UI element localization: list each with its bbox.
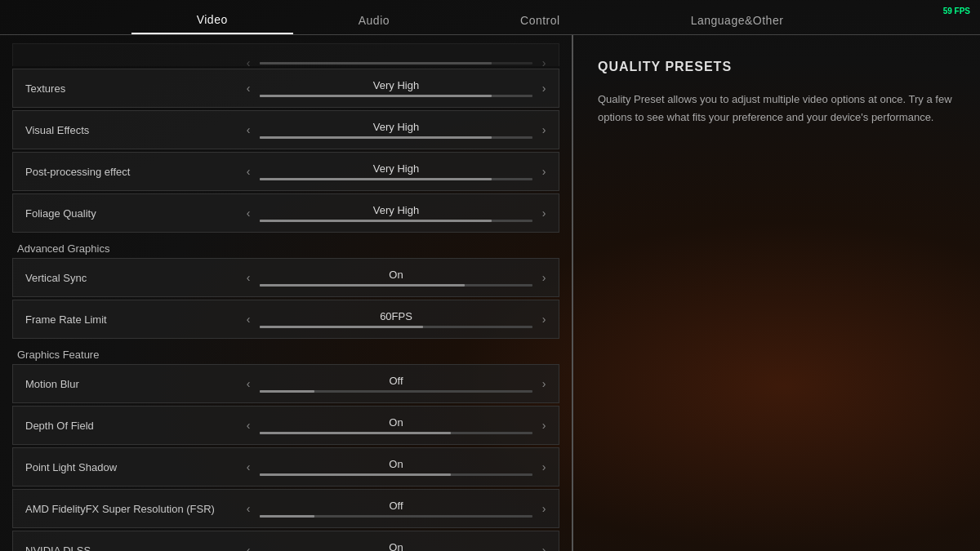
settings-container: Textures ‹ Very High › Visual Effects ‹ … (12, 69, 559, 551)
arrow-right-frame-rate[interactable]: › (532, 304, 555, 335)
slider-fill-point-light-shadow (260, 473, 451, 476)
setting-label-foliage-quality: Foliage Quality (13, 207, 234, 220)
value-nvidia-dlss: On (389, 541, 403, 551)
setting-row-textures: Textures ‹ Very High › (12, 69, 559, 108)
slider-fill-amd-fsr (260, 515, 314, 518)
tab-language[interactable]: Language&Other (626, 7, 849, 33)
slider-track-visual-effects (260, 136, 532, 139)
value-vsync: On (389, 269, 403, 281)
setting-label-textures: Textures (13, 82, 234, 95)
partial-right-arrow[interactable]: › (532, 47, 555, 66)
slider-track-textures (260, 95, 532, 97)
setting-row-vsync: Vertical Sync ‹ On › (12, 258, 559, 297)
arrow-right-vsync[interactable]: › (532, 262, 555, 293)
value-textures: Very High (373, 79, 419, 91)
main-content: ‹ › Textures ‹ Very High (0, 35, 980, 551)
arrow-left-depth-of-field[interactable]: ‹ (237, 410, 260, 441)
setting-label-motion-blur: Motion Blur (13, 378, 234, 390)
slider-track-point-light-shadow (260, 473, 532, 476)
tab-video[interactable]: Video (131, 7, 293, 34)
setting-row-frame-rate: Frame Rate Limit ‹ 60FPS › (12, 300, 559, 339)
slider-track-vsync (260, 284, 532, 287)
setting-row-amd-fsr: AMD FidelityFX Super Resolution (FSR) ‹ … (12, 489, 559, 528)
slider-fill-frame-rate (260, 326, 423, 328)
setting-row-motion-blur: Motion Blur ‹ Off › (12, 364, 559, 403)
value-visual-effects: Very High (373, 121, 419, 133)
section-header-advanced-graphics: Advanced Graphics (12, 236, 559, 258)
arrow-right-motion-blur[interactable]: › (532, 368, 555, 399)
slider-fill-foliage-quality (260, 220, 492, 222)
setting-row-depth-of-field: Depth Of Field ‹ On › (12, 406, 559, 445)
setting-row-point-light-shadow: Point Light Shadow ‹ On › (12, 447, 559, 487)
slider-track-motion-blur (260, 390, 532, 393)
slider-fill-visual-effects (260, 136, 492, 139)
arrow-right-nvidia-dlss[interactable]: › (532, 535, 555, 551)
value-frame-rate: 60FPS (380, 310, 412, 322)
info-title: QUALITY PRESETS (598, 60, 956, 74)
slider-fill-vsync (260, 284, 465, 287)
arrow-left-frame-rate[interactable]: ‹ (237, 304, 260, 335)
arrow-right-textures[interactable]: › (532, 73, 555, 104)
slider-fill-textures (260, 95, 492, 97)
nav-tabs: Video Audio Control Language&Other 59 FP… (0, 0, 980, 35)
partial-left-arrow[interactable]: ‹ (237, 47, 260, 66)
slider-track-post-processing (260, 178, 532, 180)
settings-panel: ‹ › Textures ‹ Very High (0, 35, 572, 551)
arrow-left-nvidia-dlss[interactable]: ‹ (237, 535, 260, 551)
value-foliage-quality: Very High (373, 204, 419, 216)
info-panel: QUALITY PRESETS Quality Preset allows yo… (572, 35, 980, 551)
arrow-left-textures[interactable]: ‹ (237, 73, 260, 104)
arrow-right-point-light-shadow[interactable]: › (532, 451, 555, 482)
arrow-left-visual-effects[interactable]: ‹ (237, 114, 260, 145)
setting-label-frame-rate: Frame Rate Limit (13, 313, 234, 326)
arrow-left-amd-fsr[interactable]: ‹ (237, 493, 260, 524)
setting-label-vsync: Vertical Sync (13, 272, 234, 284)
tab-control[interactable]: Control (455, 7, 626, 33)
setting-label-nvidia-dlss: NVIDIA DLSS (13, 544, 234, 552)
partial-row: ‹ › (12, 43, 559, 66)
setting-row-post-processing: Post-processing effect ‹ Very High › (12, 152, 559, 191)
arrow-right-foliage-quality[interactable]: › (532, 198, 555, 229)
setting-label-depth-of-field: Depth Of Field (13, 420, 234, 432)
section-header-graphics-feature: Graphics Feature (12, 342, 559, 364)
info-description: Quality Preset allows you to adjust mult… (598, 91, 956, 127)
slider-track-amd-fsr (260, 515, 532, 518)
arrow-right-depth-of-field[interactable]: › (532, 410, 555, 441)
value-motion-blur: Off (389, 375, 403, 387)
arrow-left-foliage-quality[interactable]: ‹ (237, 198, 260, 229)
slider-fill-motion-blur (260, 390, 314, 393)
arrow-left-post-processing[interactable]: ‹ (237, 156, 260, 187)
slider-fill-depth-of-field (260, 432, 451, 434)
setting-label-amd-fsr: AMD FidelityFX Super Resolution (FSR) (13, 503, 234, 515)
arrow-left-vsync[interactable]: ‹ (237, 262, 260, 293)
setting-row-nvidia-dlss: NVIDIA DLSS ‹ On › (12, 531, 559, 551)
slider-track-foliage-quality (260, 220, 532, 222)
value-amd-fsr: Off (389, 500, 403, 512)
fps-counter: 59 FPS (943, 7, 970, 16)
slider-track-depth-of-field (260, 432, 532, 434)
arrow-left-point-light-shadow[interactable]: ‹ (237, 451, 260, 482)
arrow-left-motion-blur[interactable]: ‹ (237, 368, 260, 399)
arrow-right-post-processing[interactable]: › (532, 156, 555, 187)
tab-audio[interactable]: Audio (293, 7, 455, 33)
setting-label-post-processing: Post-processing effect (13, 166, 234, 178)
setting-label-point-light-shadow: Point Light Shadow (13, 461, 234, 473)
setting-row-visual-effects: Visual Effects ‹ Very High › (12, 110, 559, 149)
setting-label-visual-effects: Visual Effects (13, 124, 234, 136)
value-depth-of-field: On (389, 416, 403, 429)
arrow-right-visual-effects[interactable]: › (532, 114, 555, 145)
slider-track-frame-rate (260, 326, 532, 328)
slider-fill-post-processing (260, 178, 492, 180)
value-post-processing: Very High (373, 162, 419, 175)
arrow-right-amd-fsr[interactable]: › (532, 493, 555, 524)
setting-row-foliage-quality: Foliage Quality ‹ Very High › (12, 193, 559, 233)
value-point-light-shadow: On (389, 458, 403, 470)
